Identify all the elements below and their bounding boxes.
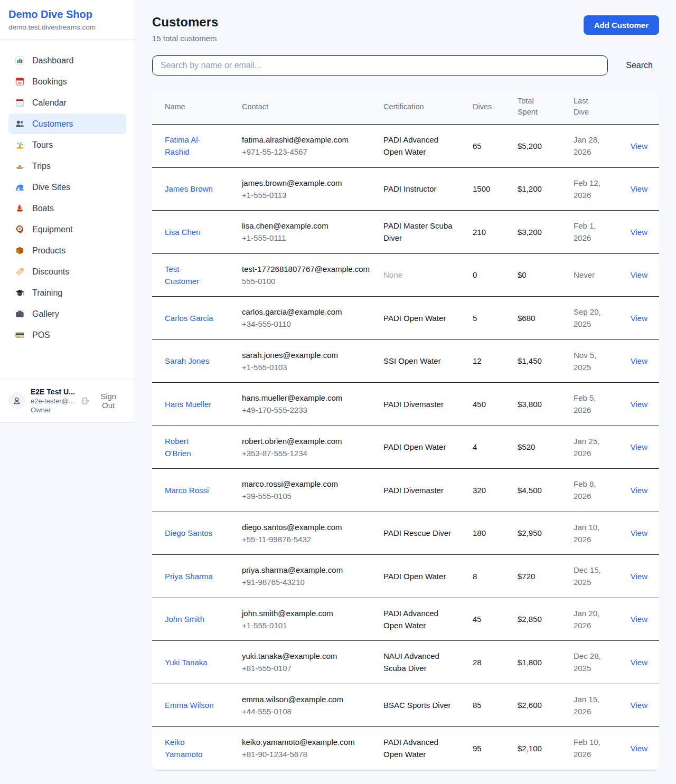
boats-icon: [15, 203, 25, 213]
customer-phone: +34-555-0110: [242, 318, 375, 330]
sidebar-item-label: Bookings: [32, 77, 67, 87]
sign-out-button[interactable]: Sign Out: [78, 391, 126, 410]
svg-text:17: 17: [18, 81, 22, 84]
customer-last-dive: Jan 10, 2026: [574, 521, 606, 546]
column-header-actions: [630, 89, 659, 125]
sidebar-item-label: Equipment: [32, 225, 73, 234]
customer-name-link[interactable]: Robert O'Brien: [165, 435, 215, 460]
sidebar-item-label: Customers: [32, 119, 73, 129]
customer-certification: PADI Open Water: [383, 570, 446, 582]
view-customer-link[interactable]: View: [631, 528, 647, 537]
table-row: Lisa Chen lisa.chen@example.com +1-555-0…: [152, 211, 659, 254]
customer-name-link[interactable]: Lisa Chen: [165, 226, 201, 238]
customer-certification: PADI Divemaster: [383, 398, 444, 410]
sidebar-item-pos[interactable]: POS: [8, 325, 126, 345]
customer-name-link[interactable]: Fatima Al-Rashid: [165, 134, 215, 158]
view-customer-link[interactable]: View: [631, 270, 647, 279]
column-header-contact: Contact: [242, 89, 383, 125]
customer-certification: PADI Open Water: [383, 441, 446, 453]
customer-dives: 0: [473, 270, 477, 279]
view-customer-link[interactable]: View: [631, 486, 647, 495]
customer-name-link[interactable]: Test Customer: [165, 263, 215, 288]
bookings-icon: 17: [15, 77, 25, 87]
sidebar-item-label: Trips: [32, 162, 51, 171]
customer-total-spent: $0: [518, 270, 527, 279]
view-customer-link[interactable]: View: [631, 184, 647, 193]
customer-name-link[interactable]: John Smith: [165, 613, 204, 625]
customer-name-link[interactable]: Sarah Jones: [165, 355, 209, 367]
sidebar-item-label: Boats: [32, 204, 54, 213]
customer-email: emma.wilson@example.com: [242, 693, 375, 705]
sidebar-item-gallery[interactable]: Gallery: [8, 304, 126, 324]
customer-last-dive: Jan 15, 2026: [574, 693, 606, 718]
user-email: e2e-tester@...: [31, 397, 73, 405]
view-customer-link[interactable]: View: [631, 615, 647, 624]
customer-dives: 28: [473, 658, 482, 667]
customer-name-link[interactable]: James Brown: [165, 183, 213, 195]
sidebar-item-discounts[interactable]: Discounts: [8, 261, 126, 282]
customer-name-link[interactable]: Carlos Garcia: [165, 312, 213, 324]
customer-name-link[interactable]: Emma Wilson: [165, 699, 214, 711]
customer-email: marco.rossi@example.com: [242, 478, 375, 490]
sidebar-item-boats[interactable]: Boats: [8, 198, 126, 219]
customer-last-dive: Feb 10, 2026: [574, 736, 606, 761]
sidebar-item-bookings[interactable]: 17 Bookings: [8, 71, 126, 92]
customer-name-link[interactable]: Yuki Tanaka: [165, 656, 208, 668]
sidebar-item-dashboard[interactable]: Dashboard: [8, 50, 126, 71]
sidebar-item-customers[interactable]: Customers: [8, 114, 126, 134]
view-customer-link[interactable]: View: [631, 701, 647, 710]
customer-dives: 12: [473, 356, 482, 365]
customer-phone: +91-98765-43210: [242, 576, 375, 588]
customer-dives: 320: [473, 486, 486, 495]
customer-name-link[interactable]: Keiko Yamamoto: [165, 736, 215, 761]
search-input[interactable]: [152, 55, 608, 75]
view-customer-link[interactable]: View: [631, 442, 647, 451]
customer-phone: +971-55-123-4567: [242, 146, 375, 158]
user-role: Owner: [31, 406, 73, 414]
sidebar-item-trips[interactable]: Trips: [8, 156, 126, 176]
customer-email: lisa.chen@example.com: [242, 220, 375, 232]
customers-table: NameContactCertificationDivesTotal Spent…: [152, 89, 659, 770]
add-customer-button[interactable]: Add Customer: [584, 15, 659, 35]
user-footer: E2E Test U... e2e-tester@... Owner Sign …: [0, 380, 135, 422]
sidebar-item-training[interactable]: Training: [8, 282, 126, 303]
search-button[interactable]: Search: [626, 61, 653, 70]
customers-table-card: NameContactCertificationDivesTotal Spent…: [152, 89, 659, 770]
column-header-name: Name: [152, 89, 242, 125]
customer-name-link[interactable]: Priya Sharma: [165, 570, 213, 582]
sidebar-item-equipment[interactable]: Equipment: [8, 219, 126, 240]
view-customer-link[interactable]: View: [631, 356, 647, 365]
customer-name-link[interactable]: Marco Rossi: [165, 484, 209, 496]
customer-phone: +1-555-0103: [242, 361, 375, 373]
customers-icon: [15, 119, 25, 129]
sidebar-item-dive-sites[interactable]: Dive Sites: [8, 177, 126, 197]
customer-last-dive: Feb 12, 2026: [574, 177, 606, 202]
customer-phone: +55-11-99876-5432: [242, 533, 375, 545]
view-customer-link[interactable]: View: [631, 400, 647, 409]
customer-total-spent: $4,500: [518, 486, 542, 495]
customer-name-link[interactable]: Diego Santos: [165, 527, 212, 539]
customer-certification: PADI Divemaster: [383, 484, 444, 496]
sidebar-item-label: Products: [32, 246, 65, 256]
customer-name-link[interactable]: Hans Mueller: [165, 398, 211, 410]
customer-email: james.brown@example.com: [242, 177, 375, 189]
sidebar-item-products[interactable]: Products: [8, 240, 126, 261]
customer-phone: +1-555-0101: [242, 619, 375, 631]
search-row: Search: [152, 55, 659, 75]
customer-last-dive: Jan 20, 2026: [574, 607, 606, 632]
sidebar-item-tours[interactable]: Tours: [8, 135, 126, 155]
customer-certification: BSAC Sports Diver: [383, 699, 451, 711]
view-customer-link[interactable]: View: [631, 744, 647, 753]
customer-phone: +44-555-0108: [242, 705, 375, 717]
training-icon: [15, 288, 25, 298]
customer-phone: +81-90-1234-5678: [242, 748, 375, 760]
customer-phone: +39-555-0105: [242, 490, 375, 502]
customer-certification: PADI Master Scuba Diver: [383, 220, 455, 244]
view-customer-link[interactable]: View: [631, 572, 647, 581]
view-customer-link[interactable]: View: [631, 228, 647, 237]
view-customer-link[interactable]: View: [631, 658, 647, 667]
column-header-total-spent: Total Spent: [518, 89, 574, 125]
sidebar-item-calendar[interactable]: Calendar: [8, 92, 126, 113]
view-customer-link[interactable]: View: [631, 314, 647, 323]
view-customer-link[interactable]: View: [631, 141, 647, 150]
